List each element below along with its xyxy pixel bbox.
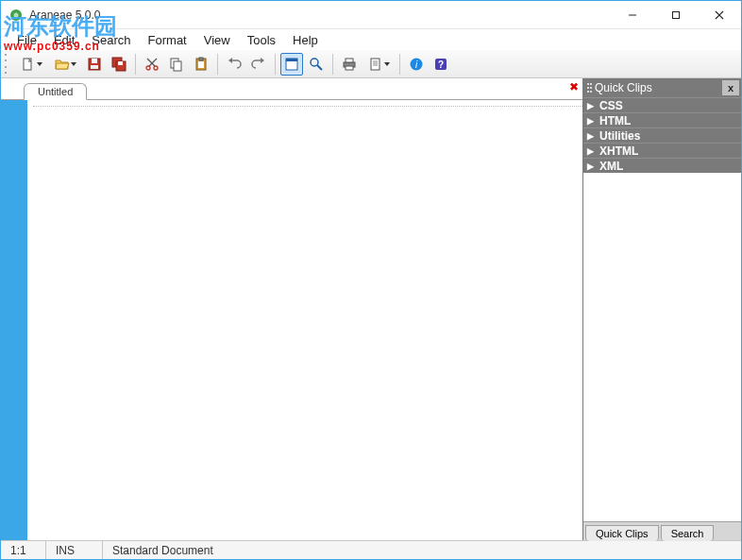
side-panel-close-button[interactable]: x	[722, 80, 739, 95]
editor-area	[1, 99, 582, 540]
cut-button[interactable]	[141, 53, 163, 76]
clip-category-label: HTML	[599, 113, 631, 128]
clip-category-label: Utilities	[599, 128, 640, 144]
close-button[interactable]	[698, 1, 741, 28]
clipboard-icon	[194, 57, 209, 72]
status-cursor-pos: 1:1	[1, 541, 46, 559]
toolbar-grip-icon[interactable]	[5, 54, 10, 75]
svg-text:?: ?	[438, 59, 444, 70]
svg-point-15	[146, 66, 150, 70]
page-guide-line	[33, 106, 582, 107]
new-file-button[interactable]	[15, 53, 47, 76]
preview-toggle-button[interactable]	[280, 53, 303, 76]
svg-rect-23	[198, 61, 204, 68]
menu-search[interactable]: Search	[83, 31, 139, 49]
chevron-down-icon	[384, 61, 390, 67]
save-all-button[interactable]	[108, 53, 130, 76]
document-tab-label: Untitled	[38, 86, 73, 97]
text-editor[interactable]	[27, 100, 582, 540]
window-title: Araneae 5.0.0	[29, 8, 100, 22]
svg-rect-22	[199, 58, 203, 60]
document-tab[interactable]: Untitled	[24, 83, 87, 100]
svg-point-16	[154, 66, 158, 70]
svg-rect-14	[118, 61, 123, 65]
clip-category-label: CSS	[599, 98, 623, 113]
paste-button[interactable]	[190, 53, 212, 76]
maximize-button[interactable]	[654, 1, 698, 28]
undo-button[interactable]	[223, 53, 245, 76]
menu-edit[interactable]: Edit	[45, 31, 83, 49]
redo-icon	[251, 57, 266, 72]
svg-rect-31	[346, 59, 353, 62]
copy-icon	[169, 57, 184, 72]
app-window: 河东软件园 www.pc0359.cn Araneae 5.0.0 File E…	[0, 0, 742, 560]
menu-help[interactable]: Help	[284, 31, 327, 49]
side-panel-title: Quick Clips	[595, 81, 652, 94]
side-panel-tabs: Quick Clips Search	[583, 521, 741, 540]
menu-format[interactable]: Format	[140, 31, 195, 49]
svg-rect-33	[371, 59, 379, 70]
app-icon	[8, 8, 24, 23]
side-panel: Quick Clips x ▶CSS ▶HTML ▶Utilities ▶XHT…	[582, 78, 741, 540]
toolbar: i ?	[1, 50, 741, 78]
toolbar-separator	[399, 54, 400, 75]
scissors-icon	[144, 57, 160, 72]
svg-line-29	[317, 65, 322, 70]
open-folder-icon	[55, 57, 70, 72]
svg-rect-32	[346, 66, 353, 70]
chevron-down-icon	[37, 61, 42, 67]
undo-icon	[227, 57, 242, 72]
toolbar-separator	[275, 54, 276, 75]
printer-icon	[342, 57, 357, 72]
clip-category-label: XML	[599, 159, 623, 174]
menu-view[interactable]: View	[195, 31, 239, 49]
print-preview-button[interactable]	[363, 53, 395, 76]
save-button[interactable]	[83, 53, 106, 76]
minimize-button[interactable]	[611, 1, 654, 28]
document-tab-close-icon[interactable]: ✖	[569, 80, 579, 93]
status-insert-mode: INS	[46, 541, 103, 559]
svg-point-1	[14, 12, 19, 17]
clip-category[interactable]: ▶HTML	[583, 112, 741, 127]
chevron-down-icon	[71, 61, 76, 67]
collapse-caret-icon: ▶	[587, 113, 594, 128]
redo-button[interactable]	[247, 53, 270, 76]
open-file-button[interactable]	[49, 53, 81, 76]
clip-category[interactable]: ▶XML	[583, 158, 741, 173]
statusbar: 1:1 INS Standard Document	[1, 540, 741, 559]
svg-point-28	[311, 59, 318, 66]
svg-marker-7	[37, 62, 42, 66]
collapse-caret-icon: ▶	[587, 159, 594, 174]
svg-rect-27	[286, 59, 297, 61]
svg-rect-3	[673, 11, 680, 18]
help-button[interactable]: ?	[430, 53, 452, 76]
clip-category[interactable]: ▶CSS	[583, 97, 741, 112]
collapse-caret-icon: ▶	[587, 144, 594, 159]
titlebar[interactable]: Araneae 5.0.0	[1, 1, 741, 29]
side-tab-quickclips[interactable]: Quick Clips	[585, 525, 659, 541]
document-tabstrip: Untitled ✖	[1, 78, 582, 99]
svg-rect-10	[92, 59, 97, 63]
clip-category[interactable]: ▶Utilities	[583, 127, 741, 143]
new-file-icon	[21, 57, 36, 72]
window-icon	[284, 57, 299, 72]
about-button[interactable]: i	[405, 53, 428, 76]
side-panel-header[interactable]: Quick Clips x	[583, 78, 741, 97]
toolbar-separator	[217, 54, 218, 75]
print-button[interactable]	[338, 53, 361, 76]
main-body: Untitled ✖ Quick Clips x ▶CSS ▶HTML ▶Uti…	[1, 78, 741, 540]
side-tab-search[interactable]: Search	[661, 525, 715, 541]
clip-category[interactable]: ▶XHTML	[583, 143, 741, 158]
svg-marker-8	[71, 62, 76, 66]
toolbar-separator	[135, 54, 136, 75]
help-icon: ?	[433, 57, 448, 72]
find-button[interactable]	[305, 53, 328, 76]
menu-file[interactable]: File	[8, 31, 45, 49]
menu-tools[interactable]: Tools	[239, 31, 284, 49]
save-icon	[87, 57, 102, 72]
info-icon: i	[409, 57, 424, 72]
svg-rect-20	[174, 61, 181, 71]
svg-marker-25	[261, 58, 264, 63]
clip-category-list: ▶CSS ▶HTML ▶Utilities ▶XHTML ▶XML	[583, 97, 741, 173]
copy-button[interactable]	[165, 53, 188, 76]
